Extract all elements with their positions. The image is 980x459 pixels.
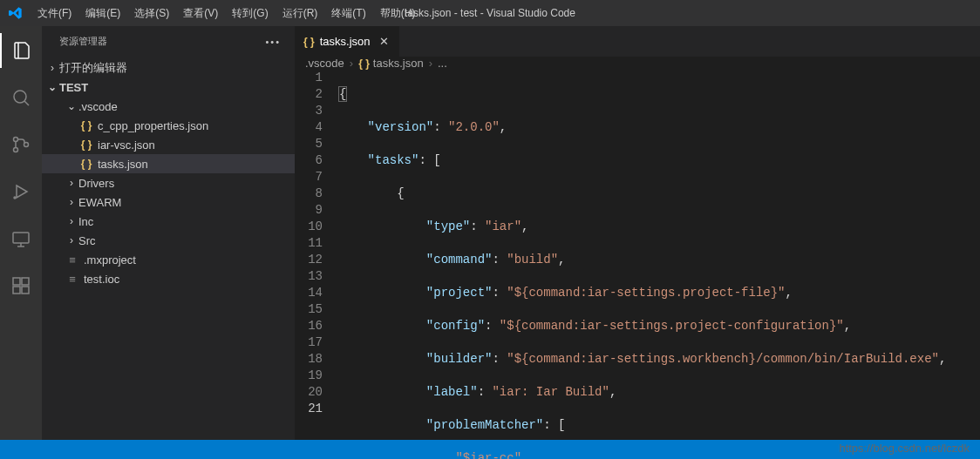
tree-file-iarvsc[interactable]: { } iar-vsc.json	[42, 135, 295, 154]
tree-label: .mxproject	[84, 253, 136, 267]
titlebar: 文件(F) 编辑(E) 选择(S) 查看(V) 转到(G) 运行(R) 终端(T…	[0, 0, 980, 26]
tree-label: Src	[78, 234, 96, 247]
file-icon: ≡	[65, 273, 80, 286]
tree-label: EWARM	[78, 196, 121, 209]
explorer-icon[interactable]	[0, 33, 42, 68]
tree-file-tasks[interactable]: { } tasks.json	[42, 154, 295, 173]
extensions-icon[interactable]	[0, 268, 42, 303]
tab-tasks-json[interactable]: { } tasks.json ✕	[295, 26, 399, 57]
code-editor[interactable]: 123456789101112131415161718192021 { "ver…	[295, 70, 980, 459]
sidebar-header: 资源管理器 •••	[42, 26, 295, 57]
more-actions-icon[interactable]: •••	[265, 37, 281, 47]
section-open-editors[interactable]: › 打开的编辑器	[42, 58, 295, 78]
tree-label: test.ioc	[84, 273, 119, 286]
svg-rect-9	[22, 278, 29, 285]
menu-bar: 文件(F) 编辑(E) 选择(S) 查看(V) 转到(G) 运行(R) 终端(T…	[31, 3, 422, 24]
vscode-logo-icon	[0, 6, 31, 20]
workspace-label: TEST	[59, 81, 88, 94]
open-editors-label: 打开的编辑器	[59, 60, 127, 76]
chevron-down-icon: ⌄	[45, 81, 59, 93]
chevron-right-icon: ›	[45, 62, 59, 74]
svg-rect-8	[22, 287, 29, 294]
section-workspace[interactable]: ⌄ TEST	[42, 78, 295, 97]
json-icon: { }	[78, 158, 94, 170]
source-control-icon[interactable]	[0, 127, 42, 162]
json-icon: { }	[358, 57, 370, 70]
tree-folder-src[interactable]: › Src	[42, 231, 295, 250]
chevron-down-icon: ⌄	[65, 100, 78, 112]
tree-label: .vscode	[78, 100, 118, 113]
menu-run[interactable]: 运行(R)	[276, 3, 325, 24]
tree-folder-ewarm[interactable]: › EWARM	[42, 192, 295, 212]
watermark: https://blog.csdn.net/lczdk	[839, 442, 970, 455]
breadcrumb-item[interactable]: ...	[438, 57, 447, 70]
code-content[interactable]: { "version": "2.0.0", "tasks": [ { "type…	[338, 70, 980, 459]
menu-go[interactable]: 转到(G)	[225, 3, 275, 24]
menu-edit[interactable]: 编辑(E)	[78, 3, 127, 24]
tree-label: Inc	[78, 215, 93, 228]
svg-point-2	[14, 148, 18, 152]
breadcrumb-item[interactable]: tasks.json	[373, 57, 424, 70]
chevron-right-icon: ›	[65, 215, 78, 227]
tree-file-testioc[interactable]: ≡ test.ioc	[42, 269, 295, 288]
menu-selection[interactable]: 选择(S)	[127, 3, 176, 24]
tree-file-mxproject[interactable]: ≡ .mxproject	[42, 250, 295, 269]
svg-point-0	[14, 91, 26, 103]
line-numbers: 123456789101112131415161718192021	[295, 70, 338, 459]
svg-point-1	[14, 138, 18, 142]
menu-help[interactable]: 帮助(H)	[373, 3, 423, 24]
tree-folder-vscode[interactable]: ⌄ .vscode	[42, 97, 295, 116]
menu-view[interactable]: 查看(V)	[176, 3, 225, 24]
svg-rect-7	[13, 287, 20, 294]
chevron-right-icon: ›	[350, 57, 353, 70]
chevron-right-icon: ›	[65, 196, 78, 208]
tree-label: c_cpp_properties.json	[98, 119, 208, 132]
svg-rect-6	[13, 278, 20, 285]
sidebar: 资源管理器 ••• › 打开的编辑器 ⌄ TEST ⌄ .vscode { } …	[42, 26, 295, 440]
json-icon: { }	[303, 36, 315, 48]
svg-point-3	[24, 143, 29, 147]
remote-icon[interactable]	[0, 221, 42, 256]
breadcrumb-item[interactable]: .vscode	[305, 57, 344, 70]
tree-folder-inc[interactable]: › Inc	[42, 212, 295, 231]
svg-rect-5	[13, 233, 29, 243]
json-icon: { }	[78, 119, 94, 132]
breadcrumbs[interactable]: .vscode › { } tasks.json › ...	[295, 57, 980, 70]
sidebar-title: 资源管理器	[59, 35, 107, 48]
menu-terminal[interactable]: 终端(T)	[324, 3, 372, 24]
json-icon: { }	[78, 138, 94, 151]
close-icon[interactable]: ✕	[377, 35, 391, 49]
file-icon: ≡	[65, 253, 80, 267]
tree-label: Drivers	[78, 177, 114, 190]
editor-tabs: { } tasks.json ✕	[295, 26, 980, 57]
editor: { } tasks.json ✕ .vscode › { } tasks.jso…	[295, 26, 980, 440]
tree-label: tasks.json	[98, 158, 148, 171]
chevron-right-icon: ›	[429, 57, 432, 70]
tab-label: tasks.json	[320, 35, 371, 48]
svg-point-4	[14, 197, 16, 199]
tree-file-ccpp[interactable]: { } c_cpp_properties.json	[42, 116, 295, 135]
menu-file[interactable]: 文件(F)	[31, 3, 78, 24]
sidebar-tree: › 打开的编辑器 ⌄ TEST ⌄ .vscode { } c_cpp_prop…	[42, 57, 295, 290]
tree-folder-drivers[interactable]: › Drivers	[42, 173, 295, 192]
chevron-right-icon: ›	[65, 177, 78, 189]
tree-label: iar-vsc.json	[98, 138, 155, 152]
search-icon[interactable]	[0, 80, 42, 115]
activity-bar	[0, 26, 42, 440]
run-debug-icon[interactable]	[0, 174, 42, 209]
chevron-right-icon: ›	[65, 234, 78, 246]
